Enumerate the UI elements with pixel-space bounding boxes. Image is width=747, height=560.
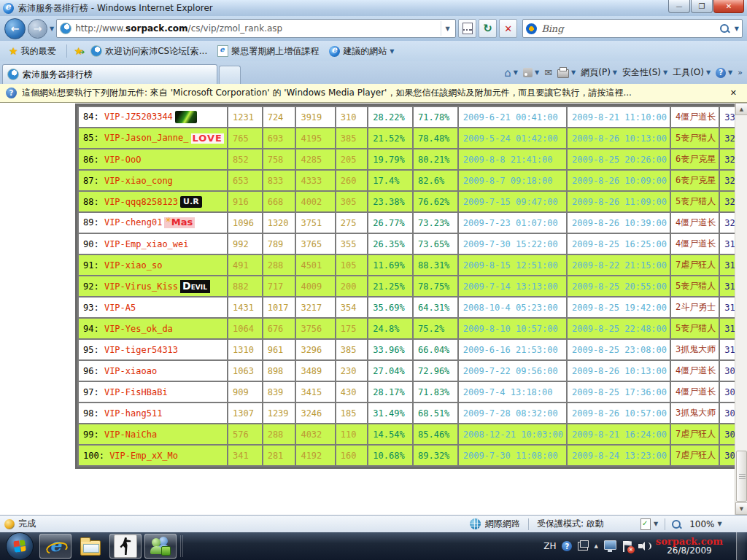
cell-first-time: 2009-7-23 01:07:00	[459, 213, 566, 233]
favorite-label: 欢迎访问索沛CS论坛[索...	[105, 45, 207, 58]
read-mail-button[interactable]	[544, 67, 552, 78]
scrollbar-thumb[interactable]	[736, 451, 747, 502]
page-menu-button[interactable]: 網頁(P)	[581, 66, 617, 79]
search-dropdown-icon[interactable]	[735, 26, 739, 32]
row-rank: 92:	[83, 281, 104, 291]
page-menu-label: 網頁(P)	[581, 66, 611, 79]
row-rank: 94:	[83, 324, 104, 334]
page-content: 84: VIP-JZ5203344 1231 724 3919 310 28.2…	[0, 103, 747, 515]
compatibility-status-icon[interactable]	[640, 518, 651, 530]
taskbar-item-counter-strike[interactable]	[109, 534, 142, 559]
chevron-down-icon[interactable]	[390, 48, 394, 55]
help-menu-button[interactable]	[716, 68, 732, 78]
back-button[interactable]	[4, 18, 26, 39]
site-favicon-icon	[60, 23, 71, 34]
cell-rank-title: 4僵尸道长	[671, 361, 719, 381]
cell-percent-1: 11.69%	[368, 255, 412, 275]
tools-menu-button[interactable]: 工具(O)	[673, 66, 711, 79]
row-rank: 93:	[83, 303, 104, 313]
chevron-down-icon[interactable]	[514, 69, 518, 76]
window-titlebar: 索沛服务器排行榜 - Windows Internet Explorer	[0, 0, 747, 16]
cell-value-3: 4285	[296, 149, 334, 169]
print-button[interactable]	[557, 67, 576, 78]
zoom-level[interactable]: 100%	[689, 519, 714, 529]
rss-icon	[523, 68, 533, 77]
cell-last-time: 2009-8-26 10:13:00	[568, 128, 670, 148]
cell-value-3: 3919	[296, 107, 334, 127]
more-commands-icon[interactable]	[738, 68, 743, 77]
zoom-icon[interactable]	[672, 520, 681, 529]
favorite-link-forum[interactable]: 欢迎访问索沛CS论坛[索...	[88, 44, 210, 59]
cell-percent-2: 80.21%	[414, 149, 457, 169]
cell-value-2: 676	[263, 319, 295, 338]
taskbar-item-internet-explorer[interactable]	[39, 534, 71, 559]
folder-icon	[80, 540, 101, 556]
restore-button[interactable]	[691, 0, 713, 13]
mail-icon	[544, 67, 552, 78]
addon-info-bar[interactable]: 這個網站想要執行下列附加元件: 來自 'Microsoft Corporatio…	[0, 84, 747, 103]
language-indicator[interactable]: ZH	[543, 541, 556, 551]
history-dropdown-icon[interactable]	[50, 26, 54, 32]
help-tray-icon[interactable]	[562, 541, 572, 551]
cell-percent-2: 71.78%	[414, 107, 457, 127]
cell-value-4: 355	[336, 234, 368, 254]
compatibility-view-button[interactable]	[458, 19, 476, 38]
stop-button[interactable]	[499, 19, 517, 38]
taskbar-clock[interactable]: sorpack.com 26/8/2009	[656, 537, 726, 556]
cell-percent-1: 26.77%	[368, 213, 412, 233]
player-name: VIP-FisHBaBi	[104, 387, 168, 397]
scroll-down-button[interactable]	[735, 502, 747, 515]
start-button[interactable]	[6, 532, 34, 560]
cell-rank-title: 2斗尸勇士	[671, 298, 719, 317]
forward-button[interactable]	[28, 19, 47, 39]
chevron-down-icon[interactable]	[717, 521, 721, 527]
favorite-link-suggested-sites[interactable]: 建議的網站	[326, 44, 397, 59]
cell-rank-title: 4僵尸道长	[671, 382, 719, 402]
favorites-button[interactable]: 我的最爱	[6, 44, 59, 59]
home-icon	[504, 66, 511, 79]
search-box[interactable]: Bing	[522, 19, 743, 38]
cell-percent-2: 75.2%	[414, 319, 457, 338]
action-center-icon[interactable]	[622, 541, 632, 552]
show-desktop-button[interactable]	[736, 532, 746, 560]
feeds-button[interactable]	[523, 68, 539, 77]
home-button[interactable]	[504, 66, 518, 79]
cell-first-time: 2009-7-22 09:56:00	[459, 361, 566, 381]
help-icon	[716, 68, 726, 78]
cell-value-4: 305	[336, 192, 368, 211]
show-hidden-icons-button[interactable]	[594, 543, 597, 549]
close-button[interactable]	[713, 0, 744, 13]
vertical-scrollbar[interactable]	[735, 103, 747, 515]
taskbar-item-file-explorer[interactable]	[74, 534, 107, 559]
chevron-down-icon[interactable]	[535, 69, 539, 76]
desktop: 索沛服务器排行榜 - Windows Internet Explorer htt…	[0, 0, 747, 560]
cell-rank-title: 5丧尸猎人	[671, 128, 719, 148]
tab-server-ranking[interactable]: 索沛服务器排行榜	[2, 64, 217, 84]
chevron-down-icon[interactable]	[654, 521, 658, 527]
info-bar-message[interactable]: 這個網站想要執行下列附加元件: 來自 'Microsoft Corporatio…	[22, 87, 632, 99]
chevron-down-icon[interactable]	[571, 69, 576, 76]
cell-first-time: 2009-7-14 13:13:00	[459, 276, 566, 296]
display-tray-icon[interactable]	[604, 540, 616, 550]
safety-menu-button[interactable]: 安全性(S)	[622, 66, 667, 79]
new-tab-button[interactable]	[219, 66, 241, 84]
taskbar-item-messenger[interactable]	[144, 534, 177, 559]
search-icon[interactable]	[720, 24, 729, 33]
favorite-link-course[interactable]: 樂思署期網上增值課程	[214, 44, 322, 59]
volume-icon[interactable]	[638, 541, 650, 551]
url-text[interactable]: http://www.sorpack.com/cs/vip/zmol_rank.…	[75, 23, 282, 34]
cell-value-4: 230	[336, 361, 368, 381]
window-switch-icon[interactable]	[578, 542, 588, 551]
chevron-down-icon	[663, 69, 667, 76]
scroll-up-button[interactable]	[735, 103, 747, 115]
refresh-button[interactable]	[479, 19, 497, 38]
cell-value-3: 3217	[296, 298, 334, 317]
address-bar[interactable]: http://www.sorpack.com/cs/vip/zmol_rank.…	[56, 19, 456, 38]
cell-percent-2: 88.31%	[414, 255, 457, 275]
address-dropdown-icon[interactable]	[441, 21, 454, 36]
info-bar-close-icon[interactable]	[726, 88, 741, 98]
minimize-button[interactable]	[668, 0, 690, 13]
add-favorite-icon[interactable]	[74, 45, 84, 57]
cell-value-2: 1239	[263, 403, 295, 423]
ie-logo-icon	[3, 3, 14, 14]
